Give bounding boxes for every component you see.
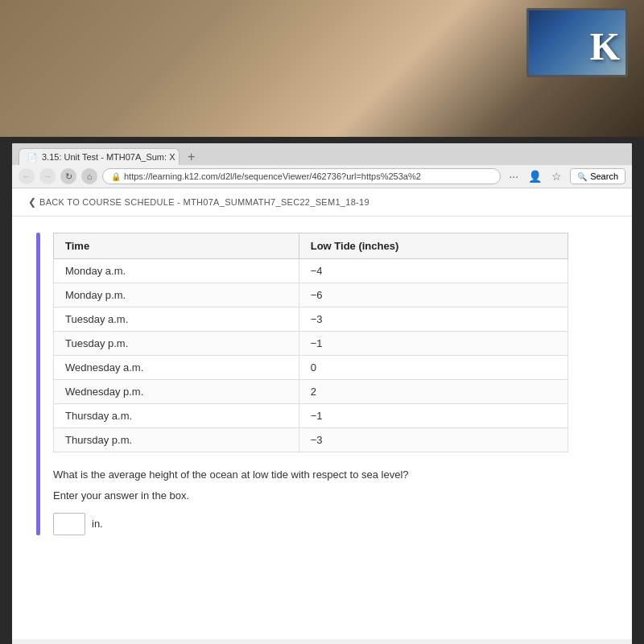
- browser-chrome: 📄 3.15: Unit Test - MTH07A_Sum: X ✕ + ← …: [12, 143, 632, 188]
- unit-label: in.: [92, 518, 103, 530]
- time-cell: Thursday a.m.: [54, 404, 299, 428]
- refresh-button[interactable]: ↻: [60, 168, 76, 184]
- table-row: Tuesday p.m.−1: [54, 332, 568, 356]
- tide-cell: −3: [299, 308, 568, 332]
- tide-cell: 2: [299, 380, 568, 404]
- table-row: Monday a.m.−4: [54, 259, 568, 283]
- active-tab[interactable]: 📄 3.15: Unit Test - MTH07A_Sum: X ✕: [19, 148, 180, 165]
- tide-cell: −4: [299, 259, 568, 283]
- search-icon: 🔍: [577, 172, 587, 181]
- tide-cell: −3: [299, 428, 568, 452]
- forward-button[interactable]: →: [39, 168, 56, 184]
- back-navigation[interactable]: ❮ BACK TO COURSE SCHEDULE - MTH07A_SUMMA…: [12, 188, 632, 217]
- question-text: What is the average height of the ocean …: [53, 467, 568, 483]
- table-row: Thursday a.m.−1: [54, 404, 568, 428]
- col-time-header: Time: [54, 233, 299, 259]
- time-cell: Wednesday a.m.: [54, 356, 299, 380]
- laptop-screen: 📄 3.15: Unit Test - MTH07A_Sum: X ✕ + ← …: [12, 143, 632, 644]
- time-cell: Tuesday a.m.: [54, 308, 299, 332]
- tab-favicon: 📄: [27, 153, 37, 162]
- bookmark-button[interactable]: ☆: [548, 168, 565, 184]
- tide-cell: −1: [299, 332, 568, 356]
- tide-table: Time Low Tide (inches) Monday a.m.−4Mond…: [53, 233, 568, 452]
- laptop-bezel: 📄 3.15: Unit Test - MTH07A_Sum: X ✕ + ← …: [0, 137, 644, 644]
- table-row: Wednesday a.m.0: [54, 356, 568, 380]
- browser-actions: ··· 👤 ☆: [506, 168, 565, 184]
- table-row: Wednesday p.m.2: [54, 380, 568, 404]
- new-tab-button[interactable]: +: [183, 150, 200, 164]
- lock-icon: 🔒: [111, 172, 121, 181]
- time-cell: Tuesday p.m.: [54, 332, 299, 356]
- answer-row: in.: [53, 513, 568, 535]
- search-label: Search: [590, 171, 618, 181]
- content-area: Time Low Tide (inches) Monday a.m.−4Mond…: [12, 217, 632, 551]
- back-link-text: BACK TO COURSE SCHEDULE - MTH07A_SUMMATH…: [39, 197, 369, 207]
- more-button[interactable]: ···: [506, 168, 522, 184]
- tab-bar: 📄 3.15: Unit Test - MTH07A_Sum: X ✕ +: [12, 143, 632, 165]
- room-background: [0, 0, 644, 137]
- tide-cell: −1: [299, 404, 568, 428]
- table-row: Thursday p.m.−3: [54, 428, 568, 452]
- answer-input[interactable]: [53, 513, 85, 535]
- col-tide-header: Low Tide (inches): [299, 233, 568, 259]
- tide-cell: −6: [299, 283, 568, 308]
- time-cell: Monday p.m.: [54, 283, 299, 308]
- time-cell: Monday a.m.: [54, 259, 299, 283]
- time-cell: Wednesday p.m.: [54, 380, 299, 404]
- profile-button[interactable]: 👤: [525, 168, 545, 184]
- table-row: Tuesday a.m.−3: [54, 308, 568, 332]
- table-row: Monday p.m.−6: [54, 283, 568, 308]
- tide-cell: 0: [299, 356, 568, 380]
- time-cell: Thursday p.m.: [54, 428, 299, 452]
- main-content: Time Low Tide (inches) Monday a.m.−4Mond…: [40, 233, 616, 535]
- address-bar-row: ← → ↻ ⌂ 🔒 https://learning.k12.com/d2l/l…: [12, 165, 632, 188]
- back-arrow-icon: ❮: [28, 196, 36, 208]
- question-section: What is the average height of the ocean …: [53, 467, 568, 535]
- tab-title: 3.15: Unit Test - MTH07A_Sum: X: [42, 152, 175, 162]
- back-button[interactable]: ←: [19, 168, 35, 184]
- home-button[interactable]: ⌂: [81, 168, 97, 184]
- instruction-text: Enter your answer in the box.: [53, 489, 568, 502]
- address-bar[interactable]: 🔒 https://learning.k12.com/d2l/le/sequen…: [102, 168, 501, 184]
- url-text: https://learning.k12.com/d2l/le/sequence…: [124, 171, 492, 181]
- search-box[interactable]: 🔍 Search: [570, 168, 625, 184]
- page-content: ❮ BACK TO COURSE SCHEDULE - MTH07A_SUMMA…: [12, 188, 632, 639]
